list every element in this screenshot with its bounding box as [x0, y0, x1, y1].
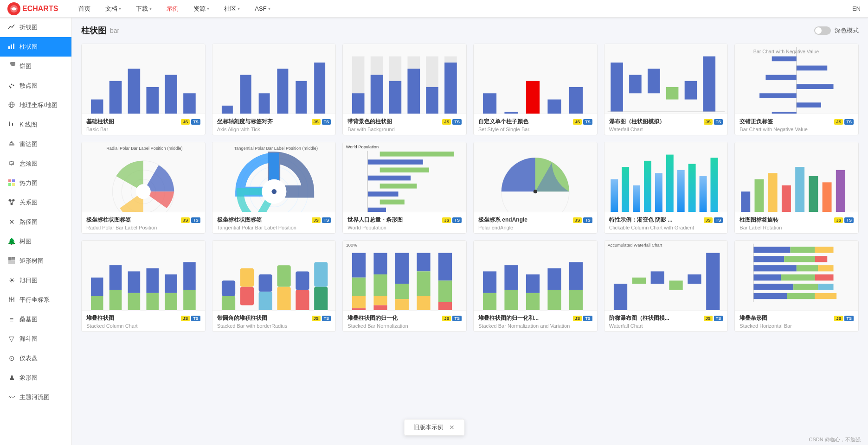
chart-card-waterfall[interactable]: 瀑布图（柱状图模拟） JS TS Waterfall Chart	[604, 44, 728, 135]
chart-preview-world-population: World Population	[343, 142, 466, 212]
nav-download[interactable]: 下载 ▾	[134, 0, 154, 18]
nav-community[interactable]: 社区 ▾	[222, 0, 242, 18]
svg-rect-49	[314, 63, 325, 114]
chart-card-stacked-normalization[interactable]: 100% 堆叠柱状图的归一化 JS TS Stacked Ba	[342, 240, 467, 332]
sidebar-item-sankey[interactable]: ≡ 桑基图	[0, 310, 71, 329]
svg-rect-194	[706, 253, 720, 310]
chart-card-stacked-variation[interactable]: 堆叠柱状图的归一化和... JS TS Stacked Bar Normaliz…	[473, 240, 598, 332]
svg-rect-128	[91, 278, 103, 296]
nav-asf[interactable]: ASF ▾	[253, 0, 272, 18]
chart-name: 带圆角的堆积柱状图	[217, 314, 312, 322]
svg-rect-133	[128, 293, 141, 310]
svg-rect-169	[438, 253, 452, 281]
badge-js: JS	[442, 217, 451, 223]
nav-docs[interactable]: 文档 ▾	[103, 0, 123, 18]
sidebar-item-geochart[interactable]: 地理坐标/地图	[0, 95, 71, 115]
chart-card-label-rotation[interactable]: 柱图图标签旋转 JS TS Bar Label Rotation	[734, 142, 859, 234]
chart-title-row: 世界人口总量 - 条形图 JS TS	[347, 216, 462, 224]
svg-rect-39	[128, 69, 141, 114]
nav-resources[interactable]: 资源 ▾	[192, 0, 211, 18]
svg-point-107	[534, 190, 537, 193]
sidebar-item-treemap[interactable]: 矩形树图	[0, 251, 71, 271]
chart-badges: JS TS	[181, 316, 200, 321]
svg-rect-114	[677, 170, 684, 212]
toast-close[interactable]: ✕	[449, 424, 455, 431]
sidebar-item-pictorial[interactable]: ♟ 象形图	[0, 368, 71, 388]
svg-rect-66	[547, 100, 561, 114]
svg-rect-44	[222, 106, 233, 114]
dark-mode-toggle[interactable]: 深色模式	[814, 26, 859, 35]
chart-card-gradient-column[interactable]: 特性示例：渐变色 阴影 ... JS TS Clickable Column C…	[604, 142, 728, 234]
sidebar-item-sunburst[interactable]: ☀ 旭日图	[0, 271, 71, 290]
sidebar-item-gauge[interactable]: ⊙ 仪表盘	[0, 349, 71, 368]
chart-preview-single-bar-color	[474, 44, 597, 114]
svg-rect-108	[611, 179, 618, 212]
chart-card-single-bar-color[interactable]: 自定义单个柱子颜色 JS TS Set Style of Single Bar.	[473, 44, 598, 135]
chart-info-radial-polar: 极坐标柱状图标签 JS TS Radial Polar Bar Label Po…	[82, 212, 205, 233]
svg-rect-13	[12, 123, 13, 126]
funnel-icon: ▽	[7, 335, 16, 343]
sidebar-item-boxplot[interactable]: 盒须图	[0, 154, 71, 173]
lang-switch[interactable]: EN	[852, 5, 861, 12]
sidebar-item-radar[interactable]: 雷达图	[0, 134, 71, 154]
chart-subtitle: Waterfall Chart	[609, 127, 723, 132]
chart-badges: JS TS	[312, 316, 331, 321]
community-arrow: ▾	[238, 6, 240, 11]
svg-rect-65	[526, 81, 540, 114]
chart-card-tangential-polar[interactable]: Tangential Polar Bar Label Position (mid…	[212, 142, 336, 234]
sidebar-item-graph[interactable]: 关系图	[0, 193, 71, 212]
chart-card-stacked-column[interactable]: 堆叠柱状图 JS TS Stacked Column Chart	[81, 240, 206, 332]
chart-preview-polar-end-angle	[474, 142, 597, 212]
sidebar-item-candlestick[interactable]: K 线图	[0, 115, 71, 134]
toggle-switch[interactable]	[814, 26, 831, 35]
svg-rect-70	[629, 75, 642, 93]
chart-badges: JS TS	[704, 217, 723, 223]
svg-rect-33	[8, 261, 15, 264]
nav-examples[interactable]: 示例	[165, 0, 180, 18]
bottom-info: CSDN @临心，不勉强	[809, 436, 861, 443]
chart-card-negative-bar[interactable]: Bar Chart with Negative Value 交错正负标签 JS …	[734, 44, 859, 135]
chart-card-basic-bar[interactable]: 基础柱状图 JS TS Basic Bar	[81, 44, 206, 135]
svg-rect-137	[165, 293, 177, 310]
chart-subtitle: Waterfall Chart	[609, 323, 723, 329]
chart-card-bar-background[interactable]: 带背景色的柱状图 JS TS Bar with Background	[342, 44, 467, 135]
dark-mode-label: 深色模式	[835, 26, 859, 35]
chart-card-radial-polar[interactable]: Radial Polar Bar Label Position (middle)…	[81, 142, 206, 234]
sidebar-item-heatmap[interactable]: 热力图	[0, 173, 71, 193]
svg-rect-150	[296, 290, 309, 310]
sidebar-item-lines[interactable]: ✕ 路径图	[0, 212, 71, 232]
logo[interactable]: ECHARTS	[7, 2, 58, 15]
sidebar-item-scatterchart[interactable]: 散点图	[0, 76, 71, 95]
svg-rect-171	[438, 302, 452, 310]
sidebar-item-piechart[interactable]: 饼图	[0, 57, 71, 76]
svg-text:Tangential Polar Bar Label Pos: Tangential Polar Bar Label Position (mid…	[234, 146, 318, 151]
badge-ts: TS	[583, 316, 592, 321]
svg-rect-32	[12, 259, 15, 261]
sidebar-item-linechart[interactable]: 折线图	[0, 18, 71, 37]
chart-card-stacked-border[interactable]: 带圆角的堆积柱状图 JS TS Stacked Bar with borderR…	[212, 240, 336, 332]
chart-card-waterfall2[interactable]: Accumulated Waterfall Chart 阶梯瀑布图（柱状图模..…	[604, 240, 728, 332]
chart-card-world-population[interactable]: World Population 世界人口总量 - 条形图 JS TS Worl…	[342, 142, 467, 234]
chart-card-axis-align[interactable]: 坐标轴刻度与标签对齐 JS TS Axis Align with Tick	[212, 44, 336, 135]
chart-badges: JS TS	[573, 119, 592, 125]
sidebar-item-parallel[interactable]: 平行坐标系	[0, 290, 71, 310]
svg-rect-79	[797, 65, 827, 70]
svg-text:Accumulated Waterfall Chart: Accumulated Waterfall Chart	[607, 243, 662, 248]
sidebar-item-funnel[interactable]: ▽ 漏斗图	[0, 329, 71, 349]
svg-rect-101	[380, 184, 417, 189]
nav-home[interactable]: 首页	[77, 0, 92, 18]
svg-rect-147	[277, 265, 290, 286]
sidebar-item-themeriver[interactable]: 〰 主题河流图	[0, 388, 71, 407]
badge-js: JS	[181, 316, 190, 321]
logo-text: ECHARTS	[22, 5, 58, 13]
svg-rect-210	[818, 284, 834, 290]
sidebar-item-tree[interactable]: 🌲 树图	[0, 232, 71, 251]
chart-info-single-bar-color: 自定义单个柱子颜色 JS TS Set Style of Single Bar.	[474, 114, 597, 135]
chart-title-row: 极坐标系 endAngle JS TS	[478, 216, 592, 224]
chart-badges: JS TS	[834, 119, 854, 125]
chart-card-stacked-horizontal[interactable]: 堆叠条形图 JS TS Stacked Horizontal Bar	[734, 240, 859, 332]
sidebar-item-barchart[interactable]: 柱状图	[0, 37, 71, 57]
chart-preview-gradient-column	[604, 142, 728, 212]
chart-title-row: 堆叠柱状图的归一化 JS TS	[347, 314, 462, 322]
chart-card-polar-end-angle[interactable]: 极坐标系 endAngle JS TS Polar endAngle	[473, 142, 598, 234]
